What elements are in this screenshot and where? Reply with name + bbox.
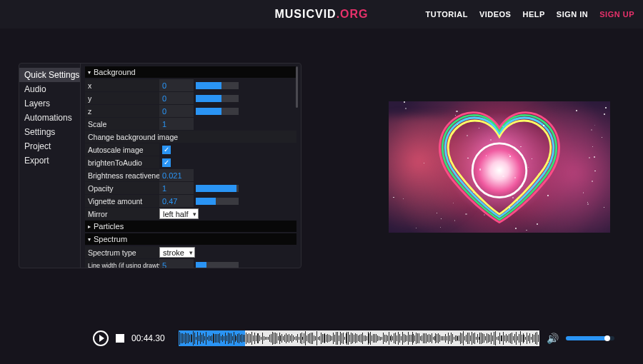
volume-slider[interactable] [566,336,614,340]
row-brighten-to-audio: brightenToAudio ✓ [85,156,296,168]
star-particle [604,207,604,208]
time-display: 00:44.30 [131,333,171,343]
logo-text-pink: .ORG [337,8,369,20]
star-particle [467,158,468,158]
label-y: y [85,92,159,104]
section-header-background[interactable]: Background [85,66,296,78]
row-line-width: Line width (if using drawtype stroke) 5 [85,259,296,268]
preview-canvas [389,101,610,233]
visualizer-shape [432,106,567,228]
star-particle [465,213,467,215]
sidebar-item-quick-settings[interactable]: Quick Settings [19,68,80,82]
star-particle [405,108,407,109]
section-header-particles[interactable]: Particles [85,221,296,232]
nav-help[interactable]: HELP [522,10,544,19]
star-particle [604,113,605,115]
value-z[interactable]: 0 [159,105,194,117]
star-particle [479,128,479,128]
value-opacity[interactable]: 1 [159,182,194,194]
star-particle [393,197,394,198]
header-nav: TUTORIAL VIDEOS HELP SIGN IN SIGN UP [425,0,634,29]
stop-button[interactable] [116,334,124,343]
row-autoscale: Autoscale image ✓ [85,143,296,156]
row-x: x 0 [85,79,296,91]
nav-videos[interactable]: VIDEOS [479,10,512,19]
sidebar-item-layers[interactable]: Layers [19,96,80,111]
star-particle [543,125,544,126]
star-particle [479,168,481,170]
sidebar-item-project[interactable]: Project [19,139,80,153]
star-particle [437,213,437,213]
value-y[interactable]: 0 [159,92,194,104]
section-header-spectrum[interactable]: Spectrum [85,233,296,245]
star-particle [594,171,595,171]
row-scale: Scale 1 [85,118,296,130]
star-particle [602,137,602,138]
sidebar-item-automations[interactable]: Automations [19,111,80,125]
slider-x[interactable] [196,82,239,89]
row-opacity: Opacity 1 [85,182,296,194]
star-particle [525,162,526,163]
nav-signin[interactable]: SIGN IN [557,10,588,19]
select-mirror[interactable]: left half [159,208,199,219]
star-particle [473,192,474,193]
nav-signup[interactable]: SIGN UP [599,10,634,19]
sidebar-item-export[interactable]: Export [19,153,80,168]
star-particle [592,146,593,147]
app-header: MUSICVID.ORG TUTORIAL VIDEOS HELP SIGN I… [0,0,643,29]
slider-z[interactable] [196,108,239,115]
volume-fill [566,336,607,340]
select-spectrum-type[interactable]: stroke [159,247,195,258]
slider-y[interactable] [196,95,239,102]
slider-vignette[interactable] [196,198,239,205]
checkbox-autoscale[interactable]: ✓ [162,146,171,154]
row-z: z 0 [85,105,296,117]
row-change-image[interactable]: Change background image [85,131,296,143]
value-line-width[interactable]: 5 [159,259,194,268]
label-spectrum-type: Spectrum type [85,246,159,258]
label-vignette: Vignette amount [85,195,159,207]
volume-knob[interactable] [604,335,610,341]
value-brightness-reactiveness[interactable]: 0.021 [159,169,194,181]
volume-icon[interactable]: 🔊 [547,333,559,344]
star-particle [484,214,485,216]
scrollbar-thumb[interactable] [296,66,298,108]
star-particle [594,156,595,158]
playbar: 00:44.30 🔊 [93,328,614,348]
play-button[interactable] [93,330,109,346]
star-particle [467,135,468,136]
star-particle [440,227,441,228]
star-particle [502,176,504,177]
star-particle [457,124,458,125]
star-particle [526,230,527,231]
star-particle [528,167,529,168]
label-mirror: Mirror [85,208,159,220]
star-particle [514,123,515,123]
sidebar-item-settings[interactable]: Settings [19,125,80,139]
value-scale[interactable]: 1 [159,118,194,130]
waveform-seek[interactable] [179,330,539,346]
star-particle [456,111,457,112]
slider-line-width[interactable] [196,262,239,268]
star-particle [520,146,522,148]
label-opacity: Opacity [85,182,159,194]
properties-panel: Quick Settings Audio Layers Automations … [19,63,301,268]
star-particle [517,200,518,201]
label-z: z [85,105,159,117]
star-particle [453,203,454,203]
value-x[interactable]: 0 [159,79,194,91]
slider-opacity[interactable] [196,185,239,192]
checkbox-brighten-to-audio[interactable]: ✓ [162,158,171,167]
label-change-image: Change background image [85,131,296,143]
nav-tutorial[interactable]: TUTORIAL [425,10,467,19]
row-brightness-reactiveness: Brightness reactiveness 0.021 [85,169,296,181]
star-particle [486,146,487,146]
sidebar-item-audio[interactable]: Audio [19,82,80,96]
waveform-bars [179,330,539,346]
star-particle [403,198,404,199]
label-scale: Scale [85,118,159,130]
row-mirror: Mirror left half [85,208,296,220]
label-brightness-reactiveness: Brightness reactiveness [85,169,159,181]
svg-point-0 [469,141,529,200]
value-vignette[interactable]: 0.47 [159,195,194,207]
